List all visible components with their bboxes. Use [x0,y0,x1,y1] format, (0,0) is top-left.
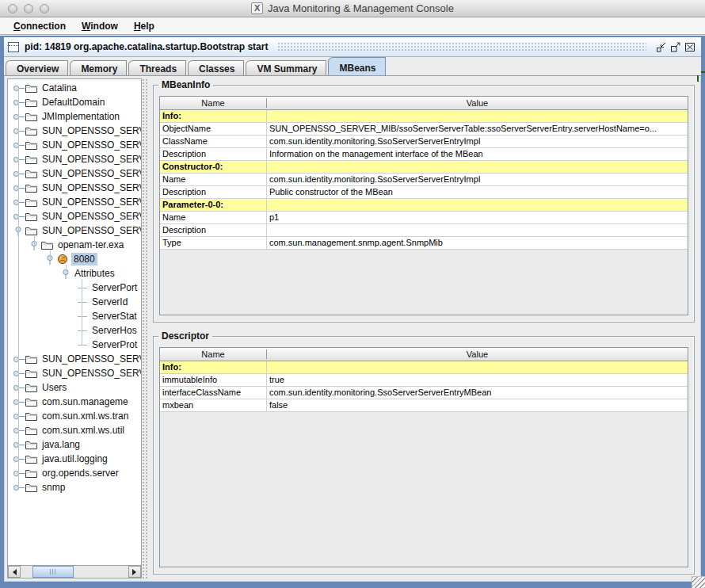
tree-node-catalina-0[interactable]: Catalina [8,81,141,95]
table-row[interactable]: ObjectNameSUN_OPENSSO_SERVER_MIB/ssoServ… [160,123,688,136]
scrollbar-track[interactable] [21,566,128,578]
tree-node-label: openam-ter.exa [55,239,126,251]
cell-value: com.sun.management.snmp.agent.SnmpMib [267,237,688,249]
titlebar-texture [277,42,646,52]
table-row[interactable]: DescriptionPublic constructor of the MBe… [160,186,688,199]
menu-window[interactable]: Window [74,19,125,33]
tree-node-label: SUN_OPENSSO_SERV [40,139,141,151]
menu-connection[interactable]: Connection [6,19,73,33]
tree-node-snmp-28[interactable]: snmp [8,480,141,494]
tree-node-jmimplementation-2[interactable]: JMImplementation [8,109,141,124]
tree-node-sun-opensso-serv-19[interactable]: SUN_OPENSSO_SERV [8,352,141,366]
close-frame-button[interactable] [683,40,697,54]
tree-node-label: 8080 [71,253,97,265]
x11-app-icon: X [251,2,263,14]
column-header-value[interactable]: Value [267,98,688,108]
tree-node-com-sun-xml-ws-tran-23[interactable]: com.sun.xml.ws.tran [8,409,141,423]
table-row[interactable]: Constructor-0: [160,161,688,174]
cell-value: com.sun.identity.monitoring.SsoServerSer… [267,174,688,185]
table-row[interactable]: ClassNamecom.sun.identity.monitoring.Sso… [160,136,688,148]
tree-node-label: com.sun.xml.ws.tran [40,410,131,422]
tree-node-serverprot-18[interactable]: ServerProt [8,338,141,352]
resize-grip[interactable] [692,576,705,588]
folder-icon [25,439,40,450]
cell-value [267,161,688,173]
scrollbar-thumb[interactable] [32,566,74,578]
column-header-name[interactable]: Name [160,98,267,108]
tree-node-label: ServerStat [90,310,139,323]
tree-node-label: java.lang [40,438,82,451]
splitpane-divider[interactable] [142,78,149,578]
tree-node-openam-ter-exa-11[interactable]: openam-ter.exa [8,238,141,252]
tree-guide-line [50,250,51,259]
tree-node-label: ServerPort [90,281,139,294]
table-row[interactable]: Info: [160,110,688,123]
tree-node-serverid-15[interactable]: ServerId [8,295,141,309]
iconify-frame-button[interactable] [654,40,669,54]
tree-leaf-connector [78,330,87,331]
tree-node-label: SUN_OPENSSO_SERV [40,224,141,237]
scroll-left-button[interactable] [8,566,21,578]
table-row[interactable]: interfaceClassNamecom.sun.identity.monit… [160,387,688,399]
tree-guide-line [34,236,35,245]
table-row[interactable]: Description [160,224,688,237]
tab-mbeans[interactable]: MBeans [328,57,385,75]
tree-node-sun-opensso-serv-8[interactable]: SUN_OPENSSO_SERV [8,195,141,209]
menu-help[interactable]: Help [127,19,162,33]
tree-node-sun-opensso-serv-6[interactable]: SUN_OPENSSO_SERV [8,166,141,181]
close-window-icon[interactable] [8,4,17,13]
folder-icon [25,410,40,422]
tree-node-defaultdomain-1[interactable]: DefaultDomain [8,95,141,109]
tab-memory[interactable]: Memory [70,60,127,75]
tree-node-label: DefaultDomain [40,96,107,109]
tab-vm-summary[interactable]: VM Summary [246,60,326,75]
tree-node-sun-opensso-serv-3[interactable]: SUN_OPENSSO_SERV [8,124,141,138]
tab-classes[interactable]: Classes [188,60,244,75]
internal-frame-titlebar[interactable]: pid: 14819 org.apache.catalina.startup.B… [4,37,701,57]
tree-node-sun-opensso-serv-20[interactable]: SUN_OPENSSO_SERV [8,366,141,380]
table-row[interactable]: immutableInfotrue [160,374,688,387]
minimize-window-icon[interactable] [24,4,33,13]
connection-internal-frame: pid: 14819 org.apache.catalina.startup.B… [0,36,705,588]
table-row[interactable]: Namep1 [160,212,688,224]
tree-node-label: SUN_OPENSSO_SERV [40,367,141,380]
tree-node-sun-opensso-serv-7[interactable]: SUN_OPENSSO_SERV [8,181,141,195]
column-header-name[interactable]: Name [160,349,267,359]
tree-node-java-lang-25[interactable]: java.lang [8,437,141,452]
tree-node-sun-opensso-serv-5[interactable]: SUN_OPENSSO_SERV [8,152,141,166]
mbeaninfo-title: MBeanInfo [158,79,213,90]
tab-threads[interactable]: Threads [128,60,186,75]
scroll-right-button[interactable] [128,566,141,578]
tab-overview[interactable]: Overview [6,60,68,75]
mbeans-tab-content: CatalinaDefaultDomainJMImplementationSUN… [4,76,701,582]
tree-node-serverhos-17[interactable]: ServerHos [8,323,141,338]
maximize-frame-button[interactable] [669,40,683,54]
tree-node-users-21[interactable]: Users [8,380,141,395]
table-row[interactable]: Typecom.sun.management.snmp.agent.SnmpMi… [160,237,688,250]
table-row[interactable]: mxbeanfalse [160,399,688,412]
table-row[interactable]: Info: [160,361,688,374]
table-row[interactable]: Parameter-0-0: [160,199,688,212]
mac-titlebar: X Java Monitoring & Management Console [0,0,705,17]
tree-node-sun-opensso-serv-4[interactable]: SUN_OPENSSO_SERV [8,138,141,152]
descriptor-table-body: Info:immutableInfotrueinterfaceClassName… [160,361,688,412]
internal-frame-title: pid: 14819 org.apache.catalina.startup.B… [25,41,268,52]
tree-node-serverstat-16[interactable]: ServerStat [8,309,141,323]
tree-node-sun-opensso-serv-10[interactable]: SUN_OPENSSO_SERV [8,223,141,238]
tree-node-8080-12[interactable]: 8080 [8,252,141,266]
cell-value [267,110,688,122]
zoom-window-icon[interactable] [40,4,49,13]
tree-node-sun-opensso-serv-9[interactable]: SUN_OPENSSO_SERV [8,209,141,223]
table-row[interactable]: DescriptionInformation on the management… [160,148,688,161]
tree-node-com-sun-manageme-22[interactable]: com.sun.manageme [8,395,141,409]
tree-node-attributes-13[interactable]: Attributes [8,266,141,281]
tree-node-com-sun-xml-ws-util-24[interactable]: com.sun.xml.ws.util [8,423,141,437]
column-header-value[interactable]: Value [267,349,688,359]
tree-node-java-util-logging-26[interactable]: java.util.logging [8,452,141,466]
tree-node-serverport-14[interactable]: ServerPort [8,281,141,295]
folder-icon [25,197,40,208]
tree-node-org-opends-server-27[interactable]: org.opends.server [8,466,141,480]
tree-node-label: Users [40,381,69,394]
table-row[interactable]: Namecom.sun.identity.monitoring.SsoServe… [160,174,688,186]
tree-horizontal-scrollbar[interactable] [8,565,141,578]
